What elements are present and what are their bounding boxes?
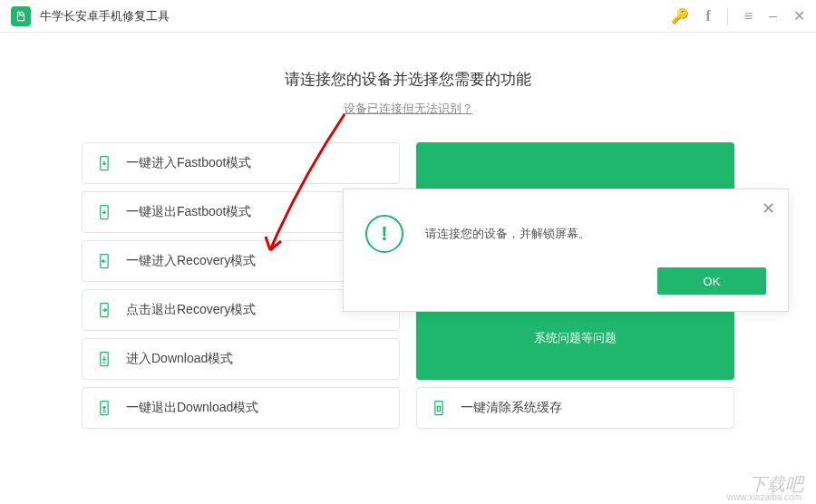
ok-button[interactable]: OK xyxy=(657,267,766,295)
option-label: 一键进入Fastboot模式 xyxy=(126,155,251,171)
option-label: 一键退出Download模式 xyxy=(126,400,258,416)
phone-down-icon xyxy=(95,154,113,172)
app-title: 牛学长安卓手机修复工具 xyxy=(40,8,671,24)
phone-down-icon xyxy=(95,203,113,221)
phone-arrow-icon xyxy=(95,301,113,319)
phone-arrow-icon xyxy=(95,252,113,270)
download-enter-button[interactable]: 进入Download模式 xyxy=(82,338,400,380)
titlebar: 牛学长安卓手机修复工具 🔑 f ≡ – ✕ xyxy=(0,0,816,33)
download-icon xyxy=(95,350,113,368)
upload-icon xyxy=(95,399,113,417)
trash-icon xyxy=(430,399,448,417)
app-logo xyxy=(11,6,31,26)
option-label: 点击退出Recovery模式 xyxy=(126,302,256,318)
option-label: 一键清除系统缓存 xyxy=(461,400,562,416)
download-exit-button[interactable]: 一键退出Download模式 xyxy=(82,387,400,429)
panel-subtitle: 系统问题等问题 xyxy=(534,330,617,346)
dialog-close-icon[interactable]: ✕ xyxy=(762,199,775,218)
watermark-url: www.xiazaiba.com xyxy=(727,492,801,502)
option-label: 进入Download模式 xyxy=(126,351,233,367)
fastboot-enter-button[interactable]: 一键进入Fastboot模式 xyxy=(82,142,400,184)
titlebar-controls: 🔑 f ≡ – ✕ xyxy=(671,7,805,25)
warning-icon: ! xyxy=(365,215,403,253)
option-label: 一键退出Fastboot模式 xyxy=(126,204,251,220)
facebook-icon[interactable]: f xyxy=(705,8,710,24)
minimize-icon[interactable]: – xyxy=(769,8,777,24)
help-link[interactable]: 设备已连接但无法识别？ xyxy=(82,101,734,117)
menu-icon[interactable]: ≡ xyxy=(744,8,753,24)
dialog-footer: OK xyxy=(344,253,788,295)
connect-device-dialog: ✕ ! 请连接您的设备，并解锁屏幕。 OK xyxy=(343,189,789,312)
page-heading: 请连接您的设备并选择您需要的功能 xyxy=(82,69,734,90)
dialog-message: 请连接您的设备，并解锁屏幕。 xyxy=(425,226,590,242)
close-icon[interactable]: ✕ xyxy=(793,7,805,24)
separator xyxy=(727,7,728,25)
option-label: 一键进入Recovery模式 xyxy=(126,253,256,269)
dialog-body: ! 请连接您的设备，并解锁屏幕。 xyxy=(344,189,788,253)
clear-cache-button[interactable]: 一键清除系统缓存 xyxy=(416,387,734,429)
svg-rect-6 xyxy=(435,402,442,415)
key-icon[interactable]: 🔑 xyxy=(671,7,689,24)
